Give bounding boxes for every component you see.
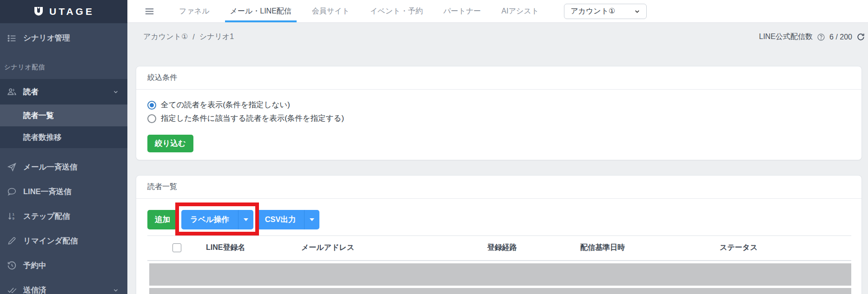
sidebar: UTAGE シナリオ管理 シナリオ配信 読者 読者一覧 読者数推移 メール一斉送… — [0, 0, 127, 294]
select-all-checkbox[interactable] — [172, 243, 181, 252]
label-operations-dropdown-toggle[interactable] — [238, 210, 253, 229]
svg-text:1: 1 — [12, 212, 14, 216]
chevron-down-icon — [634, 8, 640, 14]
sidebar-item-label: 読者数推移 — [23, 132, 62, 143]
account-select-value: アカウント① — [570, 7, 615, 16]
check-double-icon — [0, 285, 23, 294]
tab-partner[interactable]: パートナー — [438, 0, 486, 22]
redacted-row — [149, 263, 851, 286]
tab-ai-assist[interactable]: AIアシスト — [497, 0, 544, 22]
nav-tabs: ファネル メール・LINE配信 会員サイト イベント・予約 パートナー AIアシ… — [169, 0, 549, 22]
sidebar-item-readers[interactable]: 読者 — [0, 79, 127, 105]
send-icon — [0, 162, 23, 172]
sidebar-item-reader-list[interactable]: 読者一覧 — [0, 105, 127, 126]
table-header-row: LINE登録名 メールアドレス 登録経路 配信基準日時 ステータス — [147, 236, 851, 261]
tab-member-site[interactable]: 会員サイト — [307, 0, 355, 22]
sidebar-item-step-delivery[interactable]: 19 ステップ配信 — [0, 204, 127, 229]
radio-label: 指定した条件に該当する読者を表示(条件を指定する) — [161, 113, 344, 124]
pencil-icon — [0, 236, 23, 246]
sidebar-item-reminder-delivery[interactable]: リマインダ配信 — [0, 229, 127, 253]
table-rows — [147, 261, 851, 294]
line-quota: LINE公式配信数 6 / 200 — [759, 32, 865, 42]
radio-selected-icon[interactable] — [147, 101, 156, 110]
refresh-icon[interactable] — [856, 33, 865, 41]
breadcrumb-account[interactable]: アカウント① — [143, 32, 188, 42]
tab-mail-line-delivery[interactable]: メール・LINE配信 — [225, 0, 297, 22]
csv-export-dropdown-toggle[interactable] — [304, 210, 319, 229]
sidebar-item-mail-broadcast[interactable]: メール一斉送信 — [0, 155, 127, 179]
chevron-down-icon — [113, 287, 119, 294]
sidebar-item-scheduled[interactable]: 予約中 — [0, 253, 127, 278]
sidebar-item-label: シナリオ管理 — [23, 33, 70, 43]
chat-bubble-icon — [0, 187, 23, 196]
list-check-icon — [0, 33, 23, 43]
add-reader-button[interactable]: 追加 — [147, 210, 178, 229]
filter-card-title: 絞込条件 — [136, 66, 861, 90]
breadcrumb-current: シナリオ1 — [199, 32, 234, 42]
label-operations-button[interactable]: ラベル操作 — [181, 210, 238, 229]
sidebar-item-label: リマインダ配信 — [23, 236, 78, 246]
csv-export-button[interactable]: CSV出力 — [257, 210, 304, 229]
csv-export-split-button: CSV出力 — [257, 210, 319, 229]
sort-numeric-icon: 19 — [0, 211, 23, 221]
radio-unselected-icon[interactable] — [147, 114, 156, 123]
sidebar-item-line-broadcast[interactable]: LINE一斉送信 — [0, 179, 127, 204]
tab-funnel[interactable]: ファネル — [174, 0, 215, 22]
users-icon — [0, 87, 23, 97]
sidebar-item-label: 予約中 — [23, 261, 46, 271]
readers-table: LINE登録名 メールアドレス 登録経路 配信基準日時 ステータス — [147, 235, 851, 261]
line-quota-value: 6 / 200 — [829, 33, 852, 41]
chevron-down-icon — [113, 89, 119, 95]
breadcrumb-bar: アカウント① / シナリオ1 LINE公式配信数 6 / 200 — [127, 23, 868, 51]
sidebar-item-label: メール一斉送信 — [23, 162, 77, 172]
caret-down-icon — [310, 218, 314, 221]
utage-logo-icon — [33, 6, 44, 17]
column-line-name: LINE登録名 — [206, 236, 301, 261]
column-status: ステータス — [720, 236, 851, 261]
radio-label: 全ての読者を表示(条件を指定しない) — [161, 100, 290, 110]
filter-conditions-card: 絞込条件 全ての読者を表示(条件を指定しない) 指定した条件に該当する読者を表示… — [136, 66, 862, 160]
breadcrumb-separator: / — [192, 33, 194, 41]
sidebar-item-reader-count-trend[interactable]: 読者数推移 — [0, 126, 127, 148]
sidebar-item-scenario-manage[interactable]: シナリオ管理 — [0, 26, 127, 50]
reader-list-card: 読者一覧 追加 ラベル操作 CSV出力 LINE登録名 — [136, 175, 862, 294]
logo-text: UTAGE — [49, 6, 94, 17]
sidebar-item-label: ステップ配信 — [23, 211, 70, 222]
sidebar-item-label: 読者一覧 — [23, 111, 54, 121]
reader-list-title: 読者一覧 — [136, 176, 861, 199]
line-quota-label: LINE公式配信数 — [759, 32, 813, 42]
column-email: メールアドレス — [301, 236, 487, 261]
svg-text:9: 9 — [12, 216, 14, 221]
sidebar-section-label: シナリオ配信 — [0, 63, 127, 72]
column-delivery-base-datetime: 配信基準日時 — [580, 236, 720, 261]
history-clock-icon — [0, 261, 23, 270]
sidebar-item-label: 読者 — [23, 87, 39, 97]
label-operations-split-button: ラベル操作 — [181, 210, 253, 229]
reader-actions-toolbar: 追加 ラベル操作 CSV出力 — [147, 210, 851, 229]
radio-show-all-readers[interactable]: 全ての読者を表示(条件を指定しない) — [147, 100, 850, 110]
filter-button[interactable]: 絞り込む — [147, 135, 193, 152]
sidebar-item-label: LINE一斉送信 — [23, 187, 72, 197]
top-navigation: ファネル メール・LINE配信 会員サイト イベント・予約 パートナー AIアシ… — [127, 0, 868, 23]
caret-down-icon — [244, 218, 248, 221]
help-circle-icon[interactable] — [817, 33, 825, 41]
sidebar-item-label: 送信済 — [23, 285, 46, 294]
hamburger-menu-icon[interactable] — [144, 6, 155, 17]
account-select[interactable]: アカウント① — [564, 4, 647, 19]
tab-event-booking[interactable]: イベント・予約 — [365, 0, 428, 22]
logo[interactable]: UTAGE — [0, 0, 127, 23]
column-registration-route: 登録経路 — [487, 236, 580, 261]
radio-show-filtered-readers[interactable]: 指定した条件に該当する読者を表示(条件を指定する) — [147, 113, 850, 124]
sidebar-item-sent[interactable]: 送信済 — [0, 278, 127, 294]
redacted-row — [149, 288, 851, 294]
